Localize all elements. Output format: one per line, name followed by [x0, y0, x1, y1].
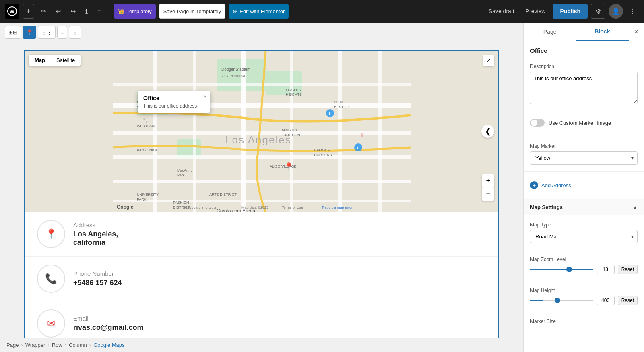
email-text: Email rivas.co@gmail.com — [73, 315, 144, 332]
panel-close-button[interactable]: × — [628, 24, 644, 40]
map-tab-satellite[interactable]: Satellite — [51, 55, 80, 66]
svg-rect-15 — [338, 51, 342, 212]
map-settings-header[interactable]: Map Settings ▲ — [524, 199, 644, 215]
svg-point-19 — [354, 143, 362, 151]
map-svg: I I Dodger Stadium Vista Hermosa RAMPART… — [25, 51, 498, 212]
pencil-button[interactable]: ✏ — [37, 4, 49, 19]
svg-text:UNIVERSITY: UNIVERSITY — [137, 193, 159, 197]
zoom-section: Map Zoom Level Reset — [524, 250, 644, 281]
address-text: Address Los Angeles,california — [73, 222, 118, 247]
zoom-out-button[interactable]: − — [482, 187, 494, 201]
add-address-button[interactable]: + Add Address — [530, 178, 571, 193]
breadcrumb-wrapper[interactable]: Wrapper — [25, 342, 45, 348]
breadcrumb-sep-4: › — [89, 342, 91, 348]
panel-tab-block[interactable]: Block — [576, 23, 628, 41]
svg-text:Ascot: Ascot — [334, 100, 343, 104]
map-pin-button[interactable]: 📍 — [23, 26, 36, 39]
breadcrumb-sep-2: › — [47, 342, 49, 348]
location-icon: 📍 — [45, 228, 57, 240]
elementor-button[interactable]: ⊕ Edit with Elementor — [229, 4, 289, 19]
map-tab-map[interactable]: Map — [29, 55, 51, 66]
preview-button[interactable]: Preview — [522, 4, 550, 19]
main-area: ⊞⊞ 📍 ⋮⋮ ↕ ⋮ — [0, 23, 644, 352]
marker-size-label: Marker Size — [530, 319, 638, 324]
panel-tab-page[interactable]: Page — [524, 23, 576, 41]
map-container[interactable]: I I Dodger Stadium Vista Hermosa RAMPART… — [25, 51, 498, 212]
settings-gear-button[interactable]: ⚙ — [591, 4, 605, 19]
zoom-reset-button[interactable]: Reset — [618, 265, 638, 274]
svg-text:HEIGHTS: HEIGHTS — [286, 93, 302, 97]
panel-field-title: Office — [524, 41, 644, 57]
breadcrumb-row[interactable]: Row — [52, 342, 62, 348]
map-tabs: Map Satellite — [29, 55, 80, 66]
map-marker-label: Map Marker — [530, 143, 638, 149]
custom-marker-row: Use Custom Marker Image — [530, 119, 638, 127]
svg-text:Report a map error: Report a map error — [322, 205, 353, 209]
svg-text:I: I — [357, 146, 358, 150]
zoom-value-input[interactable] — [597, 265, 615, 274]
save-templately-button[interactable]: Save Page In Templately — [159, 4, 226, 19]
more-options-button[interactable]: ⋮ — [626, 4, 639, 19]
map-marker-select[interactable]: Yellow Red Blue Green — [530, 151, 638, 165]
popup-close-button[interactable]: × — [204, 93, 207, 100]
svg-text:WESTLAKE: WESTLAKE — [137, 124, 157, 128]
svg-rect-7 — [113, 155, 411, 159]
svg-text:Park: Park — [177, 173, 185, 177]
height-section: Map Height Reset — [524, 281, 644, 312]
publish-button[interactable]: Publish — [553, 4, 588, 19]
description-textarea[interactable]: This is our office address — [530, 72, 638, 104]
description-label: Description — [530, 64, 638, 69]
svg-text:MISSION: MISSION — [282, 128, 297, 132]
map-type-section: Map Type Road Map Satellite Hybrid Terra… — [524, 215, 644, 250]
map-nav-button[interactable]: ❮ — [481, 125, 494, 138]
address-value: Los Angeles,california — [73, 230, 118, 247]
right-panel: Page Block × Office Description This is … — [523, 23, 644, 352]
phone-row: 📞 Phone Number +5486 157 624 — [25, 257, 498, 301]
marker-size-section: Marker Size — [524, 312, 644, 333]
phone-icon-circle: 📞 — [37, 265, 65, 293]
fullscreen-button[interactable]: ⤢ — [483, 55, 494, 66]
canvas-content: I I Dodger Stadium Vista Hermosa RAMPART… — [0, 42, 523, 338]
wp-logo[interactable] — [5, 4, 19, 19]
map-type-label: Map Type — [530, 222, 638, 228]
avatar-button[interactable]: 👤 — [609, 4, 623, 19]
more-block-options[interactable]: ⋮ — [69, 26, 81, 39]
email-row: ✉ Email rivas.co@gmail.com — [25, 301, 498, 338]
add-block-button[interactable]: + — [23, 4, 34, 19]
breadcrumb-page[interactable]: Page — [6, 342, 19, 348]
height-reset-button[interactable]: Reset — [618, 296, 638, 305]
custom-marker-toggle[interactable] — [530, 119, 545, 127]
elementor-icon: ⊕ — [233, 8, 237, 14]
svg-text:Terms of Use: Terms of Use — [282, 205, 303, 209]
height-row: Reset — [530, 296, 638, 305]
zoom-in-button[interactable]: + — [482, 174, 494, 188]
map-type-select[interactable]: Road Map Satellite Hybrid Terrain — [530, 230, 638, 243]
save-draft-button[interactable]: Save draft — [485, 4, 518, 19]
email-icon-circle: ✉ — [37, 309, 65, 338]
map-marker-select-wrap: Yellow Red Blue Green ▾ — [530, 151, 638, 165]
columns-view-button[interactable]: ⊞⊞ — [5, 26, 21, 39]
height-slider[interactable] — [530, 300, 593, 301]
svg-text:Google: Google — [117, 204, 134, 210]
height-value-input[interactable] — [597, 296, 615, 305]
dash-button[interactable]: ⁻ — [94, 4, 104, 19]
svg-text:H: H — [358, 132, 363, 139]
svg-text:MacArthur: MacArthur — [177, 168, 194, 172]
svg-text:Hills Park: Hills Park — [334, 105, 350, 109]
breadcrumb-sep-3: › — [65, 342, 66, 348]
svg-text:PARK: PARK — [137, 197, 147, 201]
info-button[interactable]: ℹ — [82, 4, 91, 19]
address-label: Address — [73, 222, 118, 228]
breadcrumb-googlemaps[interactable]: Google Maps — [93, 342, 124, 348]
breadcrumb-column[interactable]: Column — [69, 342, 87, 348]
redo-button[interactable]: ↪ — [67, 4, 79, 19]
zoom-slider[interactable] — [530, 269, 593, 270]
address-row: 📍 Address Los Angeles,california — [25, 212, 498, 257]
up-down-button[interactable]: ↕ — [57, 26, 67, 39]
svg-text:FASHION: FASHION — [173, 201, 189, 205]
map-type-select-wrap: Road Map Satellite Hybrid Terrain ▾ — [530, 230, 638, 243]
undo-button[interactable]: ↩ — [52, 4, 64, 19]
templately-button[interactable]: 👑 Templately — [114, 4, 156, 19]
drag-handle[interactable]: ⋮⋮ — [38, 26, 56, 39]
svg-rect-16 — [378, 51, 382, 212]
